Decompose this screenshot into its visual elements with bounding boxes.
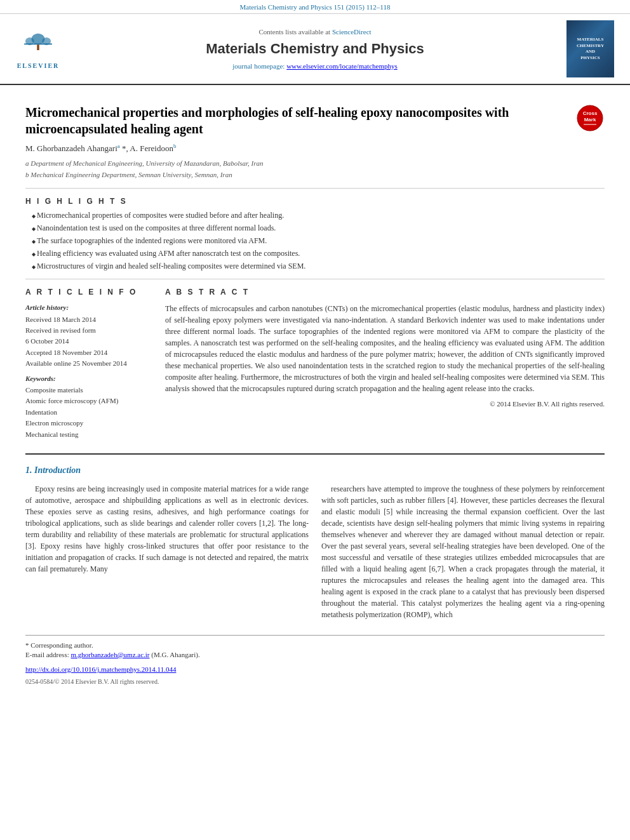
keyword-5: Mechanical testing <box>25 430 152 439</box>
intro-body-cols: Epoxy resins are being increasingly used… <box>25 483 605 625</box>
cover-line-3: AND <box>586 49 595 55</box>
abstract-column: A B S T R A C T The effects of microcaps… <box>165 287 605 440</box>
keywords-label: Keywords: <box>25 374 152 383</box>
cover-line-2: CHEMISTRY <box>577 43 604 50</box>
contents-available-line: Contents lists available at ScienceDirec… <box>76 27 554 37</box>
homepage-url[interactable]: www.elsevier.com/locate/matchemphys <box>286 62 398 70</box>
highlight-item-4: Healing efficiency was evaluated using A… <box>32 248 605 259</box>
sciencedirect-link[interactable]: ScienceDirect <box>332 28 372 36</box>
keyword-2: Atomic force microscopy (AFM) <box>25 396 152 406</box>
intro-col1: Epoxy resins are being increasingly used… <box>25 483 309 625</box>
doi-link: http://dx.doi.org/10.1016/j.matchemphys.… <box>25 665 605 674</box>
svg-point-3 <box>42 37 51 45</box>
doi-anchor[interactable]: http://dx.doi.org/10.1016/j.matchemphys.… <box>25 665 176 673</box>
body-section: 1. Introduction Epoxy resins are being i… <box>25 453 605 625</box>
elsevier-logo <box>13 27 64 59</box>
highlights-header: H I G H L I G H T S <box>25 196 605 207</box>
intro-col2-p1: researchers have attempted to improve th… <box>321 483 605 620</box>
journal-main-title: Materials Chemistry and Physics <box>76 39 554 59</box>
cover-line-1: MATERIALS <box>577 37 604 43</box>
accepted-date: Accepted 18 November 2014 <box>25 348 152 357</box>
journal-homepage-line: journal homepage: www.elsevier.com/locat… <box>76 62 554 71</box>
author2-name: A. Fereidoon <box>130 144 173 154</box>
keyword-4: Electron microscopy <box>25 418 152 428</box>
email-label: E-mail address: <box>25 651 69 658</box>
intro-title: Introduction <box>34 465 81 475</box>
intro-number: 1. <box>25 465 32 475</box>
highlight-item-1: Micromechanical properties of composites… <box>32 210 605 221</box>
email-person: (M.G. Ahangari). <box>151 651 199 658</box>
journal-title-area: Contents lists available at ScienceDirec… <box>64 27 566 72</box>
affiliation-a: a Department of Mechanical Engineering, … <box>25 159 605 168</box>
elsevier-branding: ELSEVIER <box>13 27 64 70</box>
article-title: Micromechanical properties and morpholog… <box>25 104 576 137</box>
keyword-1: Composite materials <box>25 385 152 395</box>
homepage-label: journal homepage: <box>232 62 285 70</box>
crossmark-badge: Cross Mark <box>576 104 605 133</box>
elsevier-tree-icon <box>19 32 57 55</box>
email-link[interactable]: m.ghorbanzadeh@umz.ac.ir <box>70 651 149 658</box>
divider-1 <box>25 188 605 189</box>
article-info-column: A R T I C L E I N F O Article history: R… <box>25 287 152 440</box>
svg-text:Mark: Mark <box>584 117 596 123</box>
elsevier-text: ELSEVIER <box>17 62 60 70</box>
journal-cover-image: MATERIALS CHEMISTRY AND PHYSICS <box>566 20 614 77</box>
issn-info: 0254-0584/© 2014 Elsevier B.V. All right… <box>25 677 605 686</box>
affiliation-b: b Mechanical Engineering Department, Sem… <box>25 170 605 180</box>
highlight-item-5: Microstructures of virgin and healed sel… <box>32 261 605 272</box>
abstract-header: A B S T R A C T <box>165 287 605 298</box>
journal-ref-text: Materials Chemistry and Physics 151 (201… <box>240 3 391 11</box>
author2-sup: b <box>173 143 177 149</box>
highlights-list: Micromechanical properties of composites… <box>25 210 605 271</box>
history-label: Article history: <box>25 303 152 312</box>
journal-reference-bar: Materials Chemistry and Physics 151 (201… <box>0 0 630 14</box>
divider-2 <box>25 279 605 279</box>
journal-cover: MATERIALS CHEMISTRY AND PHYSICS <box>566 20 617 77</box>
author1-name: M. Ghorbanzadeh Ahangari <box>25 144 117 154</box>
svg-point-2 <box>25 37 34 45</box>
email-line: E-mail address: m.ghorbanzadeh@umz.ac.ir… <box>25 650 605 660</box>
svg-rect-4 <box>37 44 39 50</box>
contents-text: Contents lists available at <box>258 28 330 36</box>
revised-label: Received in revised form <box>25 326 152 335</box>
intro-section-title: 1. Introduction <box>25 464 605 477</box>
revised-date: 6 October 2014 <box>25 337 152 346</box>
article-info-header: A R T I C L E I N F O <box>25 287 152 298</box>
keywords-section: Keywords: Composite materials Atomic for… <box>25 374 152 439</box>
journal-header: ELSEVIER Contents lists available at Sci… <box>0 14 630 85</box>
intro-col1-p1: Epoxy resins are being increasingly used… <box>25 483 309 575</box>
available-date: Available online 25 November 2014 <box>25 359 152 368</box>
keyword-3: Indentation <box>25 408 152 417</box>
highlight-item-2: Nanoindentation test is used on the comp… <box>32 223 605 234</box>
corresponding-author: * Corresponding author. <box>25 641 605 650</box>
article-title-area: Micromechanical properties and morpholog… <box>25 104 605 137</box>
svg-text:Cross: Cross <box>583 110 598 116</box>
main-content: Micromechanical properties and morpholog… <box>0 85 630 695</box>
intro-col2: researchers have attempted to improve th… <box>321 483 605 625</box>
copyright-text: © 2014 Elsevier B.V. All rights reserved… <box>165 399 605 409</box>
footnotes-area: * Corresponding author. E-mail address: … <box>25 635 605 686</box>
cover-line-4: PHYSICS <box>580 55 600 62</box>
authors-line: M. Ghorbanzadeh Ahangaria *, A. Fereidoo… <box>25 142 605 155</box>
highlight-item-3: The surface topographies of the indented… <box>32 236 605 246</box>
info-abstract-area: A R T I C L E I N F O Article history: R… <box>25 287 605 440</box>
received-date: Received 18 March 2014 <box>25 315 152 324</box>
abstract-text: The effects of microcapsules and carbon … <box>165 303 605 394</box>
author-sep: *, <box>120 144 130 154</box>
